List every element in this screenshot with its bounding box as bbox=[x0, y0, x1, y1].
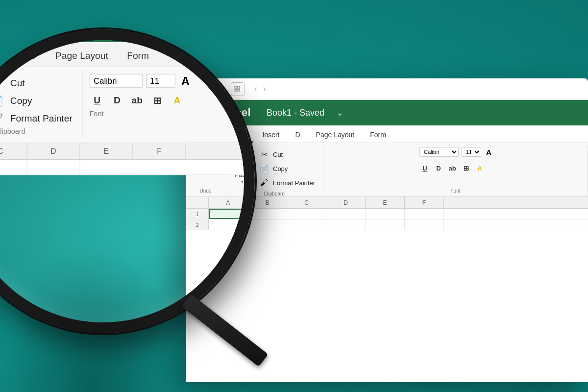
undo-group-content: ↩ ↪ bbox=[196, 147, 216, 187]
paste-icon: 📋 bbox=[231, 153, 253, 171]
cell-e1[interactable] bbox=[366, 209, 405, 219]
font-controls-top: Calibri 11 A bbox=[419, 147, 491, 157]
cell-b1[interactable] bbox=[248, 209, 287, 219]
font-group-content: Calibri 11 A U D ab ⊞ A bbox=[419, 147, 491, 187]
cell-f1[interactable] bbox=[405, 209, 444, 219]
app-name: Excel bbox=[221, 106, 251, 119]
book-title: Book1 - Saved bbox=[267, 108, 324, 118]
font-size-label: A bbox=[486, 148, 491, 156]
strikethrough-button[interactable]: D bbox=[433, 163, 444, 173]
toolbar-icon bbox=[231, 82, 245, 96]
grid-dot bbox=[196, 107, 199, 110]
table-row: 1 bbox=[186, 209, 588, 220]
column-headers: A B C D E F bbox=[186, 197, 588, 209]
format-painter-button[interactable]: 🖌 Format Painter bbox=[257, 177, 317, 188]
col-header-d: D bbox=[326, 197, 366, 208]
ribbon-content: ↩ ↪ Undo 📋 Paste ▾ ✂ Cut bbox=[186, 143, 588, 197]
row-header-1: 1 bbox=[186, 209, 209, 219]
col-header-b: B bbox=[248, 197, 287, 208]
maximize-button[interactable] bbox=[212, 86, 218, 92]
paste-dropdown-icon[interactable]: ▾ bbox=[241, 179, 244, 184]
cell-a2[interactable] bbox=[209, 220, 248, 230]
tab-home[interactable]: Home bbox=[221, 128, 254, 143]
ribbon-header: Excel Book1 - Saved ⌄ bbox=[186, 100, 588, 125]
spreadsheet-area: A B C D E F 1 2 bbox=[186, 197, 588, 230]
cell-b2[interactable] bbox=[248, 220, 287, 230]
row-header-2: 2 bbox=[186, 220, 209, 230]
header-spacer bbox=[186, 197, 209, 208]
grid-dot bbox=[200, 111, 203, 114]
table-row: 2 bbox=[186, 220, 588, 230]
tab-file[interactable]: File bbox=[194, 128, 219, 143]
col-header-a: A bbox=[209, 197, 248, 208]
excel-window: ‹ › Excel Book1 - Saved ⌄ File Home Inse… bbox=[186, 78, 588, 382]
app-grid-icon[interactable] bbox=[196, 107, 208, 119]
font-color-button[interactable]: ab bbox=[447, 163, 458, 173]
ribbon-tabs: File Home Insert D Page Layout Form bbox=[186, 125, 588, 143]
paste-label: Paste bbox=[235, 172, 250, 178]
grid-dot bbox=[200, 116, 203, 119]
font-size-select[interactable]: 11 bbox=[462, 147, 481, 157]
highlight-button[interactable]: A bbox=[474, 163, 485, 173]
cell-e2[interactable] bbox=[366, 220, 405, 230]
svg-rect-0 bbox=[235, 86, 237, 88]
cut-label: Cut bbox=[273, 151, 283, 158]
cell-f2[interactable] bbox=[405, 220, 444, 230]
svg-rect-2 bbox=[235, 89, 237, 91]
undo-group: ↩ ↪ Undo bbox=[186, 145, 225, 195]
grid-dot bbox=[200, 107, 203, 110]
grid-dot bbox=[205, 111, 208, 114]
font-group: Calibri 11 A U D ab ⊞ A Font bbox=[323, 145, 588, 195]
col-header-f: F bbox=[405, 197, 444, 208]
cell-c1[interactable] bbox=[287, 209, 326, 219]
grid-dot bbox=[196, 111, 199, 114]
close-button[interactable] bbox=[192, 86, 198, 92]
cell-c2[interactable] bbox=[287, 220, 326, 230]
nav-forward-icon[interactable]: › bbox=[261, 84, 268, 94]
grid-dot bbox=[196, 116, 199, 119]
borders-button[interactable]: ⊞ bbox=[461, 163, 471, 173]
clipboard-group-content: 📋 Paste ▾ ✂ Cut 📄 Copy 🖌 Format bbox=[231, 147, 317, 190]
paste-button[interactable]: 📋 Paste ▾ bbox=[231, 153, 253, 184]
col-header-c: C bbox=[287, 197, 326, 208]
redo-icon[interactable]: ↪ bbox=[207, 161, 216, 173]
undo-icon[interactable]: ↩ bbox=[196, 161, 205, 173]
copy-icon: 📄 bbox=[259, 164, 269, 173]
clipboard-group: 📋 Paste ▾ ✂ Cut 📄 Copy 🖌 Format bbox=[225, 145, 323, 195]
grid-dot bbox=[205, 107, 208, 110]
undo-icons: ↩ ↪ bbox=[196, 161, 216, 173]
cut-icon: ✂ bbox=[259, 150, 269, 159]
minimize-button[interactable] bbox=[202, 86, 208, 92]
nav-arrows: ‹ › bbox=[252, 84, 268, 94]
copy-label: Copy bbox=[273, 165, 288, 172]
cell-d1[interactable] bbox=[326, 209, 366, 219]
svg-rect-1 bbox=[238, 86, 240, 88]
font-label: Font bbox=[450, 188, 460, 194]
title-bar: ‹ › bbox=[186, 78, 588, 100]
underline-button[interactable]: U bbox=[419, 163, 430, 173]
format-painter-label: Format Painter bbox=[273, 179, 315, 187]
font-controls-bottom: U D ab ⊞ A bbox=[419, 163, 485, 173]
undo-label: Undo bbox=[200, 188, 212, 194]
font-name-select[interactable]: Calibri bbox=[419, 147, 459, 157]
cut-button[interactable]: ✂ Cut bbox=[257, 149, 317, 160]
clipboard-label: Clipboard bbox=[264, 191, 285, 196]
title-chevron-icon[interactable]: ⌄ bbox=[336, 107, 343, 118]
tab-formulas[interactable]: Form bbox=[363, 128, 393, 143]
col-header-e: E bbox=[366, 197, 405, 208]
tab-insert[interactable]: Insert bbox=[255, 128, 286, 143]
cell-d2[interactable] bbox=[326, 220, 366, 230]
format-painter-icon: 🖌 bbox=[259, 178, 269, 187]
clipboard-items: ✂ Cut 📄 Copy 🖌 Format Painter bbox=[257, 147, 317, 190]
copy-button[interactable]: 📄 Copy bbox=[257, 163, 317, 174]
svg-rect-3 bbox=[238, 89, 240, 91]
nav-back-icon[interactable]: ‹ bbox=[252, 84, 259, 94]
cell-a1[interactable] bbox=[209, 209, 248, 219]
traffic-lights bbox=[192, 86, 218, 92]
tab-page-layout[interactable]: Page Layout bbox=[309, 128, 362, 143]
tab-draw[interactable]: D bbox=[288, 128, 307, 143]
grid-dot bbox=[205, 116, 208, 119]
background-shadow bbox=[0, 245, 186, 392]
